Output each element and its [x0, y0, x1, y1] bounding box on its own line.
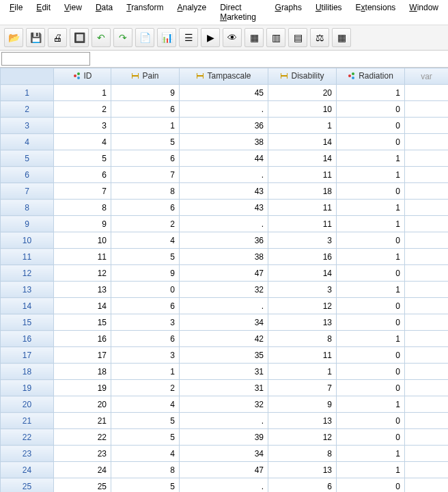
cell-pain[interactable]: 4 [111, 396, 180, 413]
cell-empty[interactable] [405, 249, 449, 265]
row-header[interactable]: 21 [1, 413, 54, 429]
cell-disability[interactable]: 14 [268, 134, 337, 150]
row-header[interactable]: 25 [1, 478, 54, 493]
cell-empty[interactable] [405, 101, 449, 118]
goto-variable-button[interactable]: 📊 [157, 28, 176, 47]
cell-tampascale[interactable]: . [180, 478, 268, 493]
cell-id[interactable]: 17 [54, 347, 111, 364]
menu-edit[interactable]: Edit [29, 1, 57, 23]
cell-id[interactable]: 20 [54, 396, 111, 413]
cell-id[interactable]: 21 [54, 413, 111, 429]
cell-id[interactable]: 22 [54, 429, 111, 446]
cell-disability[interactable]: 14 [268, 150, 337, 167]
menu-file[interactable]: File [3, 1, 29, 23]
cell-radiation[interactable]: 0 [337, 380, 405, 396]
row-header[interactable]: 9 [1, 216, 54, 232]
cell-empty[interactable] [405, 282, 449, 298]
cell-disability[interactable]: 20 [268, 85, 337, 101]
run-button[interactable]: ▶ [201, 28, 220, 47]
variables-button[interactable]: ☰ [179, 28, 198, 47]
row-header[interactable]: 16 [1, 331, 54, 347]
cell-id[interactable]: 19 [54, 380, 111, 396]
cell-empty[interactable] [405, 314, 449, 331]
cell-pain[interactable]: 8 [111, 183, 180, 200]
column-header-id[interactable]: ID [54, 68, 111, 85]
cell-disability[interactable]: 11 [268, 200, 337, 216]
cell-tampascale[interactable]: . [180, 298, 268, 314]
cell-empty[interactable] [405, 478, 449, 493]
cell-disability[interactable]: 7 [268, 380, 337, 396]
cell-disability[interactable]: 1 [268, 118, 337, 134]
cell-id[interactable]: 5 [54, 150, 111, 167]
cell-pain[interactable]: 2 [111, 380, 180, 396]
cell-empty[interactable] [405, 232, 449, 249]
cell-pain[interactable]: 9 [111, 85, 180, 101]
cell-radiation[interactable]: 0 [337, 134, 405, 150]
cell-empty[interactable] [405, 134, 449, 150]
cell-disability[interactable]: 14 [268, 265, 337, 282]
cell-radiation[interactable]: 0 [337, 101, 405, 118]
row-header[interactable]: 17 [1, 347, 54, 364]
cell-id[interactable]: 6 [54, 167, 111, 183]
cell-empty[interactable] [405, 200, 449, 216]
cell-pain[interactable]: 2 [111, 216, 180, 232]
cell-radiation[interactable]: 1 [337, 150, 405, 167]
cell-pain[interactable]: 5 [111, 429, 180, 446]
column-header-disability[interactable]: Disability [268, 68, 337, 85]
menu-data[interactable]: Data [89, 1, 120, 23]
cell-tampascale[interactable]: 32 [180, 396, 268, 413]
insert-variable-button[interactable]: ▥ [266, 28, 285, 47]
row-header[interactable]: 23 [1, 446, 54, 462]
cell-tampascale[interactable]: . [180, 216, 268, 232]
cell-pain[interactable]: 0 [111, 282, 180, 298]
cell-empty[interactable] [405, 396, 449, 413]
row-header[interactable]: 15 [1, 314, 54, 331]
cell-tampascale[interactable]: 36 [180, 232, 268, 249]
cell-empty[interactable] [405, 265, 449, 282]
cell-empty[interactable] [405, 364, 449, 380]
menu-graphs[interactable]: Graphs [268, 1, 309, 23]
cell-tampascale[interactable]: 31 [180, 364, 268, 380]
menu-window[interactable]: Window [402, 1, 445, 23]
cell-disability[interactable]: 13 [268, 314, 337, 331]
cell-id[interactable]: 4 [54, 134, 111, 150]
cell-radiation[interactable]: 1 [337, 446, 405, 462]
cell-pain[interactable]: 6 [111, 101, 180, 118]
cell-disability[interactable]: 11 [268, 216, 337, 232]
row-header[interactable]: 24 [1, 462, 54, 478]
cell-pain[interactable]: 3 [111, 347, 180, 364]
cell-tampascale[interactable]: 38 [180, 249, 268, 265]
value-labels-button[interactable]: ▦ [332, 28, 351, 47]
cell-radiation[interactable]: 0 [337, 314, 405, 331]
cell-tampascale[interactable]: 35 [180, 347, 268, 364]
dialog-recall-button[interactable]: 🔲 [70, 28, 89, 47]
cell-radiation[interactable]: 0 [337, 298, 405, 314]
row-header[interactable]: 2 [1, 101, 54, 118]
cell-pain[interactable]: 9 [111, 265, 180, 282]
column-header-empty[interactable]: var [405, 68, 449, 85]
cell-empty[interactable] [405, 446, 449, 462]
cell-tampascale[interactable]: 45 [180, 85, 268, 101]
cell-disability[interactable]: 13 [268, 462, 337, 478]
cell-disability[interactable]: 13 [268, 413, 337, 429]
cell-pain[interactable]: 5 [111, 413, 180, 429]
cell-empty[interactable] [405, 380, 449, 396]
cell-empty[interactable] [405, 413, 449, 429]
cell-radiation[interactable]: 1 [337, 200, 405, 216]
cell-disability[interactable]: 3 [268, 232, 337, 249]
cell-id[interactable]: 2 [54, 101, 111, 118]
cell-radiation[interactable]: 0 [337, 347, 405, 364]
cell-disability[interactable]: 1 [268, 364, 337, 380]
cell-id[interactable]: 8 [54, 200, 111, 216]
cell-tampascale[interactable]: 38 [180, 134, 268, 150]
cell-id[interactable]: 9 [54, 216, 111, 232]
cell-disability[interactable]: 11 [268, 347, 337, 364]
cell-pain[interactable]: 5 [111, 478, 180, 493]
cell-id[interactable]: 7 [54, 183, 111, 200]
cell-tampascale[interactable]: 32 [180, 282, 268, 298]
corner-cell[interactable] [1, 68, 54, 85]
cell-tampascale[interactable]: 34 [180, 314, 268, 331]
cell-id[interactable]: 10 [54, 232, 111, 249]
cell-disability[interactable]: 3 [268, 282, 337, 298]
cell-pain[interactable]: 4 [111, 232, 180, 249]
